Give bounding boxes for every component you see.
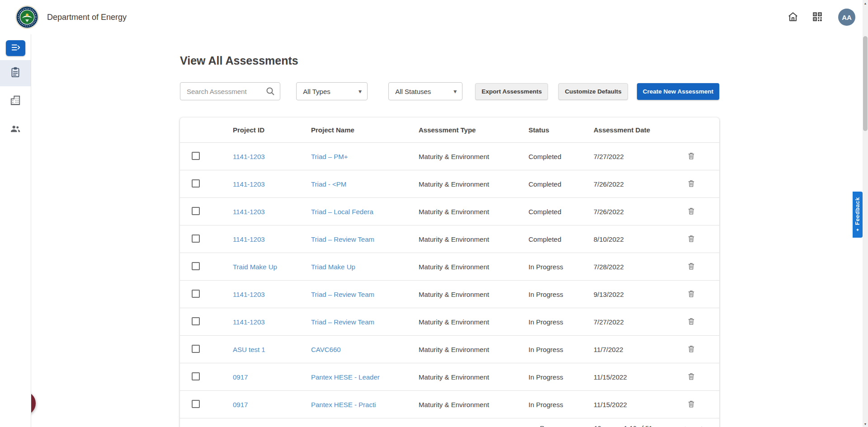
rows-per-page-label: Rows per page: (540, 425, 584, 427)
project-name-link[interactable]: Triad – Review Team (311, 318, 374, 326)
project-id-link[interactable]: 1141-1203 (233, 318, 265, 326)
project-id-link[interactable]: 1141-1203 (233, 291, 265, 298)
main-content: View All Assessments All Types ▾ All Sta… (31, 34, 868, 427)
project-id-link[interactable]: 1141-1203 (233, 153, 265, 160)
scroll-down-arrow-icon[interactable]: ▼ (863, 421, 868, 427)
row-checkbox[interactable] (192, 262, 200, 270)
sidebar-expand-button[interactable] (6, 40, 25, 56)
row-checkbox[interactable] (192, 152, 200, 160)
status-cell: In Progress (528, 318, 594, 326)
delete-assessment-button[interactable] (687, 262, 696, 271)
project-name-link[interactable]: CAVC660 (311, 346, 341, 353)
scrollbar-thumb[interactable] (863, 36, 868, 131)
assessment-type-cell: Maturity & Environment (419, 291, 528, 298)
chevron-down-icon: ▾ (453, 88, 457, 95)
project-id-link[interactable]: 1141-1203 (233, 235, 265, 243)
status-filter-select[interactable]: All Statuses ▾ (388, 82, 462, 100)
sidebar-item-users[interactable] (0, 116, 31, 142)
project-name-link[interactable]: Triad – Local Federa (311, 208, 373, 216)
qr-code-icon (811, 11, 823, 24)
status-cell: In Progress (528, 291, 594, 298)
people-icon (9, 122, 21, 136)
row-checkbox[interactable] (192, 400, 200, 408)
delete-assessment-button[interactable] (687, 317, 696, 326)
table-row: 1141-1203 Triad – Review Team Maturity &… (180, 308, 719, 335)
create-new-assessment-button[interactable]: Create New Assessment (637, 83, 719, 100)
sidebar-item-organizations[interactable] (0, 88, 31, 114)
assessment-type-cell: Maturity & Environment (419, 401, 528, 408)
delete-assessment-button[interactable] (687, 372, 696, 381)
table-row: 1141-1203 Triad – Review Team Maturity &… (180, 225, 719, 253)
assessment-type-cell: Maturity & Environment (419, 373, 528, 381)
project-name-link[interactable]: Pantex HESE - Practi (311, 401, 376, 408)
building-icon (9, 94, 21, 108)
export-assessments-button[interactable]: Export Assessments (475, 83, 548, 100)
row-checkbox[interactable] (192, 207, 200, 215)
status-cell: Completed (528, 153, 594, 160)
next-page-button[interactable] (698, 425, 708, 427)
home-button[interactable] (784, 8, 802, 26)
rows-per-page-select[interactable]: 10▾ (594, 425, 607, 427)
trash-icon (687, 320, 696, 327)
sparkle-icon: ✦ (855, 227, 860, 233)
delete-assessment-button[interactable] (687, 206, 696, 216)
assessment-type-cell: Maturity & Environment (419, 153, 528, 160)
table-row: 1141-1203 Triad – Review Team Maturity &… (180, 280, 719, 308)
project-id-link[interactable]: 1141-1203 (233, 208, 265, 216)
customize-defaults-button[interactable]: Customize Defaults (558, 83, 627, 100)
row-checkbox[interactable] (192, 317, 200, 325)
project-name-link[interactable]: Triad – PM+ (311, 153, 348, 160)
type-filter-select[interactable]: All Types ▾ (296, 82, 368, 100)
feedback-tab[interactable]: ✦ Feedback (853, 192, 863, 238)
trash-icon (687, 293, 696, 300)
project-name-link[interactable]: Pantex HESE - Leader (311, 373, 380, 381)
project-id-link[interactable]: Traid Make Up (233, 263, 277, 271)
app-title: Department of Energy (47, 13, 127, 22)
assessment-type-cell: Maturity & Environment (419, 235, 528, 243)
status-cell: Completed (528, 208, 594, 216)
assessment-date-cell: 11/15/2022 (594, 401, 675, 408)
delete-assessment-button[interactable] (687, 399, 696, 408)
delete-assessment-button[interactable] (687, 234, 696, 243)
type-filter-value: All Types (303, 88, 354, 95)
pagination-range-label: 1-10 of 51 (624, 425, 652, 427)
trash-icon (687, 265, 696, 272)
row-checkbox[interactable] (192, 345, 200, 353)
rows-per-page-value: 10 (594, 425, 601, 427)
row-checkbox[interactable] (192, 179, 200, 188)
vertical-scrollbar[interactable]: ▲ ▼ (863, 0, 868, 427)
project-id-link[interactable]: ASU test 1 (233, 346, 265, 353)
qr-code-button[interactable] (808, 8, 826, 26)
assessment-date-cell: 11/7/2022 (594, 346, 675, 353)
assessment-type-cell: Maturity & Environment (419, 318, 528, 326)
status-cell: In Progress (528, 373, 594, 381)
project-name-link[interactable]: Triad – Review Team (311, 291, 374, 298)
row-checkbox[interactable] (192, 235, 200, 243)
project-name-link[interactable]: Triad – Review Team (311, 235, 374, 243)
row-checkbox[interactable] (192, 372, 200, 380)
chevron-down-icon: ▾ (359, 88, 362, 95)
feedback-label: Feedback (854, 197, 861, 225)
scroll-up-arrow-icon[interactable]: ▲ (863, 0, 868, 6)
delete-assessment-button[interactable] (687, 179, 696, 188)
doe-seal-logo (15, 5, 39, 29)
assessments-clipboard-icon (9, 66, 21, 80)
assessment-date-cell: 8/10/2022 (594, 235, 675, 243)
project-id-link[interactable]: 1141-1203 (233, 180, 265, 188)
assessment-type-cell: Maturity & Environment (419, 346, 528, 353)
delete-assessment-button[interactable] (687, 344, 696, 353)
status-cell: In Progress (528, 346, 594, 353)
project-id-link[interactable]: 0917 (233, 373, 248, 381)
search-icon (265, 86, 276, 99)
row-checkbox[interactable] (192, 290, 200, 298)
sidebar-item-assessments[interactable] (0, 60, 31, 86)
table-row: 1141-1203 Triad – PM+ Maturity & Environ… (180, 142, 719, 170)
delete-assessment-button[interactable] (687, 151, 696, 160)
table-row: 1141-1203 Triad - <PM Maturity & Environ… (180, 170, 719, 197)
project-name-link[interactable]: Triad - <PM (311, 180, 346, 188)
previous-page-button[interactable] (679, 425, 689, 427)
delete-assessment-button[interactable] (687, 289, 696, 298)
project-id-link[interactable]: 0917 (233, 401, 248, 408)
project-name-link[interactable]: Triad Make Up (311, 263, 355, 271)
user-avatar[interactable]: AA (838, 9, 855, 26)
